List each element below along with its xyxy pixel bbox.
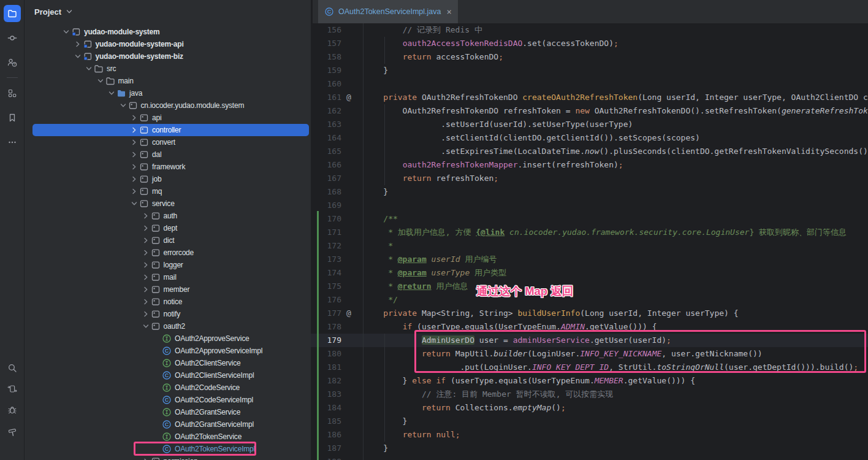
tree-item-controller[interactable]: controller [25, 124, 311, 136]
code-line-175[interactable]: 175 * @return 用户信息 [311, 280, 868, 293]
chevron-right-icon[interactable] [129, 174, 139, 184]
project-panel-title[interactable]: Project [34, 7, 61, 17]
code-line-157[interactable]: 157 oauth2AccessTokenRedisDAO.set(access… [311, 37, 868, 50]
tree-item-yudao-module-system[interactable]: yudao-module-system [25, 26, 311, 38]
line-number[interactable]: 188 [311, 455, 341, 460]
tree-item-OAuth2ApproveService[interactable]: OAuth2ApproveService [25, 332, 311, 345]
line-number[interactable]: 183 [311, 388, 341, 401]
tree-item-notify[interactable]: notify [25, 308, 311, 320]
line-number[interactable]: 176 [311, 293, 341, 307]
services-icon[interactable] [4, 380, 21, 397]
tree-item-OAuth2TokenService[interactable]: OAuth2TokenService [25, 431, 311, 443]
line-number[interactable]: 181 [311, 361, 341, 374]
tree-item-errorcode[interactable]: errorcode [25, 247, 311, 259]
line-number[interactable]: 159 [311, 64, 341, 77]
code-line-176[interactable]: 176 */ [311, 293, 868, 307]
line-number[interactable]: 175 [311, 280, 341, 293]
tree-item-OAuth2GrantServiceImpl[interactable]: COAuth2GrantServiceImpl [25, 418, 311, 431]
chevron-right-icon[interactable] [141, 272, 151, 282]
editor-tab[interactable]: C OAuth2TokenServiceImpl.java × [318, 0, 458, 23]
chevron-right-icon[interactable] [73, 39, 83, 49]
code-line-182[interactable]: 182 } else if (userType.equals(UserTypeE… [311, 374, 868, 388]
chevron-down-icon[interactable] [84, 64, 94, 74]
bookmarks-icon[interactable] [4, 109, 21, 126]
tree-item-framework[interactable]: framework [25, 161, 311, 173]
line-number[interactable]: 187 [311, 442, 341, 455]
project-icon[interactable] [4, 5, 21, 22]
tree-item-service[interactable]: service [25, 197, 311, 210]
chevron-right-icon[interactable] [141, 223, 151, 233]
chevron-right-icon[interactable] [129, 186, 139, 196]
line-number[interactable]: 179 [311, 334, 341, 347]
chevron-right-icon[interactable] [129, 137, 139, 147]
code-line-172[interactable]: 172 * [311, 239, 868, 253]
search-icon[interactable] [4, 359, 21, 377]
line-number[interactable]: 184 [311, 401, 341, 415]
line-number[interactable]: 186 [311, 428, 341, 442]
tree-item-OAuth2GrantService[interactable]: OAuth2GrantService [25, 406, 311, 418]
tree-item-src[interactable]: src [25, 63, 311, 75]
line-number[interactable]: 185 [311, 415, 341, 428]
tree-item-notice[interactable]: notice [25, 296, 311, 308]
chevron-right-icon[interactable] [129, 113, 139, 123]
chevron-right-icon[interactable] [141, 236, 151, 245]
tree-item-OAuth2CodeServiceImpl[interactable]: COAuth2CodeServiceImpl [25, 394, 311, 406]
structure-icon[interactable] [4, 85, 21, 102]
tree-item-dict[interactable]: dict [25, 234, 311, 247]
chevron-right-icon[interactable] [129, 125, 139, 135]
chevron-right-icon[interactable] [141, 285, 151, 294]
code-line-187[interactable]: 187 } [311, 442, 868, 455]
tree-item-OAuth2ClientService[interactable]: OAuth2ClientService [25, 357, 311, 369]
chevron-right-icon[interactable] [141, 260, 151, 270]
tree-item-OAuth2CodeService[interactable]: OAuth2CodeService [25, 381, 311, 394]
commit-icon[interactable] [4, 29, 21, 47]
line-number[interactable]: 160 [311, 77, 341, 91]
code-line-177[interactable]: 177@ private Map<String, String> buildUs… [311, 307, 868, 320]
code-line-173[interactable]: 173 * @param userId 用户编号 [311, 253, 868, 266]
code-editor[interactable]: 156 // 记录到 Redis 中157 oauth2AccessTokenR… [311, 23, 868, 460]
chevron-right-icon[interactable] [129, 162, 139, 172]
tree-item-permission[interactable]: permission [25, 455, 311, 460]
tree-item-oauth2[interactable]: oauth2 [25, 320, 311, 332]
debug-icon[interactable] [4, 401, 21, 418]
tree-item-yudao-module-system-biz[interactable]: yudao-module-system-biz [25, 50, 311, 63]
chevron-down-icon[interactable] [96, 76, 105, 86]
tree-item-OAuth2ApproveServiceImpl[interactable]: COAuth2ApproveServiceImpl [25, 345, 311, 357]
line-number[interactable]: 172 [311, 239, 341, 253]
code-line-171[interactable]: 171 * 加载用户信息, 方便 {@link cn.iocoder.yudao… [311, 226, 868, 239]
line-number[interactable]: 166 [311, 158, 341, 172]
more-icon[interactable] [4, 134, 21, 151]
line-number[interactable]: 180 [311, 347, 341, 361]
tree-item-cn.iocoder.yudao.module.system[interactable]: cn.iocoder.yudao.module.system [25, 99, 311, 112]
line-number[interactable]: 167 [311, 172, 341, 185]
line-number[interactable]: 170 [311, 212, 341, 226]
chevron-down-icon[interactable] [141, 321, 151, 331]
tree-item-member[interactable]: member [25, 283, 311, 296]
line-number[interactable]: 169 [311, 199, 341, 212]
code-line-163[interactable]: 163 .setUserId(userId).setUserType(userT… [311, 118, 868, 131]
code-line-164[interactable]: 164 .setClientId(clientDO.getClientId())… [311, 131, 868, 145]
chevron-down-icon[interactable] [118, 101, 128, 110]
chevron-down-icon[interactable] [61, 27, 71, 37]
code-line-188[interactable]: 188 [311, 455, 868, 460]
chevron-right-icon[interactable] [141, 309, 151, 319]
code-line-169[interactable]: 169 [311, 199, 868, 212]
tree-item-job[interactable]: job [25, 173, 311, 185]
tree-item-auth[interactable]: auth [25, 210, 311, 222]
line-number[interactable]: 178 [311, 320, 341, 334]
tree-item-java[interactable]: java [25, 87, 311, 99]
line-number[interactable]: 163 [311, 118, 341, 131]
chevron-down-icon[interactable] [73, 52, 83, 61]
code-line-165[interactable]: 165 .setExpiresTime(LocalDateTime.now().… [311, 145, 868, 158]
chevron-right-icon[interactable] [141, 456, 151, 460]
line-number[interactable]: 174 [311, 266, 341, 280]
tree-item-logger[interactable]: logger [25, 259, 311, 271]
tree-item-yudao-module-system-api[interactable]: yudao-module-system-api [25, 38, 311, 50]
code-line-168[interactable]: 168 } [311, 185, 868, 199]
line-number[interactable]: 165 [311, 145, 341, 158]
code-line-170[interactable]: 170 /** [311, 212, 868, 226]
tree-item-dept[interactable]: dept [25, 222, 311, 234]
line-number[interactable]: 164 [311, 131, 341, 145]
code-line-184[interactable]: 184 return Collections.emptyMap(); [311, 401, 868, 415]
code-line-166[interactable]: 166 oauth2RefreshTokenMapper.insert(refr… [311, 158, 868, 172]
